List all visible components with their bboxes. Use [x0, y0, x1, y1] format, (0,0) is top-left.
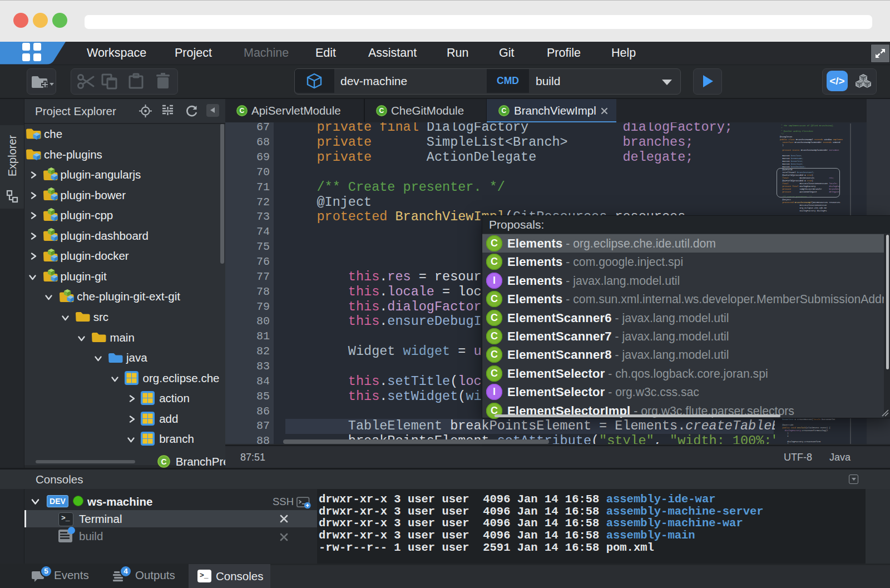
svg-text:C: C — [161, 457, 166, 466]
svg-text:C: C — [502, 107, 507, 115]
svg-text:C: C — [240, 107, 245, 115]
svg-text:C: C — [379, 107, 384, 115]
